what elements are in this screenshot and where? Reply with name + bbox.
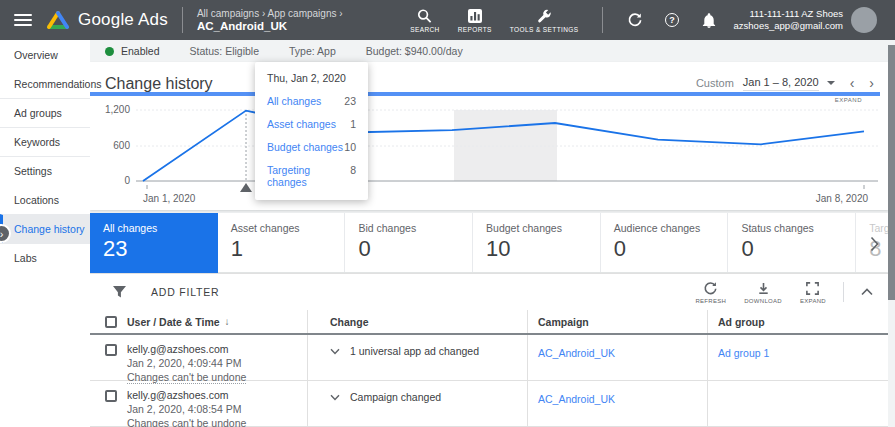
tools-settings-button[interactable]: TOOLS & SETTINGS [510, 8, 579, 33]
bar-chart-icon [467, 8, 483, 24]
row-datetime: Jan 2, 2020, 4:08:54 PM [127, 402, 246, 416]
tooltip-pointer-icon [240, 183, 252, 192]
expand-row-chevron-icon[interactable] [330, 348, 340, 355]
scrollbar-thumb[interactable] [888, 45, 895, 300]
refresh-button[interactable] [627, 12, 644, 29]
date-range-value[interactable]: Jan 1 – 8, 2020 [743, 76, 819, 91]
tooltip-link-targeting-changes[interactable]: Targeting changes [267, 164, 350, 188]
help-icon: ? [665, 13, 679, 27]
collapse-section-button[interactable] [860, 283, 874, 301]
account-id: 111-111-111 AZ Shoes [734, 8, 843, 20]
sidebar-item-change-history[interactable]: Change history [0, 214, 90, 243]
chart-collapse-bar[interactable] [90, 92, 880, 96]
row-campaign-link[interactable]: AC_Android_UK [538, 347, 615, 359]
sidebar-item-overview[interactable]: Overview [0, 40, 90, 69]
search-icon [416, 8, 433, 24]
type-app: Type: App [289, 45, 336, 57]
breadcrumb-current-campaign[interactable]: AC_Android_UK [197, 20, 343, 33]
sidebar-item-ad-groups[interactable]: Ad groups [0, 98, 90, 127]
tabs-scroll-right-button[interactable] [870, 236, 879, 256]
vertical-scrollbar[interactable] [888, 40, 895, 427]
sidebar-item-settings[interactable]: Settings [0, 156, 90, 185]
campaign-status-bar: Enabled Status: Eligible Type: App Budge… [90, 40, 888, 62]
status-eligible: Status: Eligible [190, 45, 259, 57]
topbar-divider [182, 7, 183, 33]
select-all-checkbox[interactable] [105, 316, 117, 328]
notifications-button[interactable] [701, 12, 718, 29]
table-row: kelly.g@azshoes.com Jan 2, 2020, 4:08:54… [90, 381, 888, 427]
sidebar-item-labs[interactable]: Labs [0, 243, 90, 272]
tooltip-link-asset-changes[interactable]: Asset changes [267, 118, 336, 130]
tooltip-row: All changes 23 [267, 95, 356, 107]
row-user: kelly.g@azshoes.com [127, 342, 246, 356]
x-label-start: Jan 1, 2020 [143, 193, 196, 204]
google-ads-logo: Google Ads [46, 10, 168, 30]
reports-button[interactable]: REPORTS [458, 8, 492, 33]
wrench-icon [536, 8, 552, 24]
row-checkbox[interactable] [105, 344, 117, 356]
account-info: 111-111-111 AZ Shoes azshoes_app@gmail.c… [734, 8, 843, 32]
row-checkbox[interactable] [105, 390, 117, 402]
expand-table-button[interactable]: EXPAND [800, 281, 826, 304]
search-button[interactable]: SEARCH [410, 8, 440, 33]
avatar[interactable] [851, 7, 877, 33]
selected-tab-indicator [90, 270, 218, 273]
table-row: kelly.g@azshoes.com Jan 2, 2020, 4:09:44… [90, 335, 888, 381]
bell-icon [701, 12, 717, 29]
expand-fullscreen-icon [805, 281, 820, 296]
change-history-panel: Change history Custom Jan 1 – 8, 2020 ‹ … [90, 62, 888, 210]
chevron-up-icon [860, 287, 874, 297]
help-button[interactable]: ? [664, 12, 681, 29]
tab-status-changes[interactable]: Status changes 0 [728, 213, 856, 272]
table-toolbar: ADD FILTER REFRESH DOWNLOAD EXPAND [90, 273, 888, 310]
account-email: azshoes_app@gmail.com [734, 20, 843, 32]
date-prev-button[interactable]: ‹ [850, 75, 855, 91]
enabled-green-dot-icon [105, 47, 114, 56]
row-change-summary[interactable]: Campaign changed [350, 391, 441, 403]
row-change-summary[interactable]: 1 universal app ad changed [350, 345, 479, 357]
breadcrumb-app-campaigns[interactable]: App campaigns [268, 8, 337, 19]
row-ad-group-link[interactable]: Ad group 1 [718, 347, 769, 359]
refresh-table-button[interactable]: REFRESH [695, 281, 726, 304]
y-tick-600: 600 [113, 140, 130, 151]
chevron-right-icon [870, 236, 879, 252]
date-range-mode: Custom [696, 77, 734, 89]
tooltip-row: Asset changes 1 [267, 118, 356, 130]
breadcrumb-separator: › [339, 8, 342, 19]
tooltip-link-all-changes[interactable]: All changes [267, 95, 321, 107]
row-undo-note: Changes can't be undone [127, 417, 246, 427]
tab-budget-changes[interactable]: Budget changes 10 [473, 213, 601, 272]
scorecard-tabs: All changes 23 Asset changes 1 Bid chang… [90, 213, 888, 272]
tooltip-row: Budget changes 10 [267, 141, 356, 153]
download-button[interactable]: DOWNLOAD [744, 281, 782, 304]
tab-all-changes[interactable]: All changes 23 [90, 213, 218, 272]
filter-funnel-icon [112, 285, 127, 299]
hamburger-menu-icon[interactable] [14, 11, 32, 29]
product-name: Google Ads [78, 10, 168, 30]
add-filter-button[interactable]: ADD FILTER [90, 285, 219, 299]
sidebar-item-recommendations[interactable]: Recommendations [0, 69, 90, 98]
date-range-picker[interactable]: Custom Jan 1 – 8, 2020 ‹ › [696, 75, 874, 91]
breadcrumb: All campaigns › App campaigns › AC_Andro… [197, 7, 343, 33]
column-ad-group: Ad group [707, 310, 888, 333]
tooltip-row: Targeting changes 8 [267, 164, 356, 188]
row-campaign-link[interactable]: AC_Android_UK [538, 393, 615, 405]
sidebar-item-locations[interactable]: Locations [0, 185, 90, 214]
budget-value: Budget: $940.00/day [366, 45, 463, 57]
breadcrumb-all-campaigns[interactable]: All campaigns [197, 8, 259, 19]
expand-row-chevron-icon[interactable] [330, 394, 340, 401]
enabled-status-chip[interactable]: Enabled [105, 45, 160, 57]
x-label-end: Jan 8, 2020 [816, 193, 869, 204]
column-user-date-time[interactable]: User / Date & Time [127, 316, 220, 328]
breadcrumb-separator: › [262, 8, 265, 19]
y-tick-1200: 1,200 [105, 104, 130, 115]
tab-asset-changes[interactable]: Asset changes 1 [218, 213, 346, 272]
change-history-table: User / Date & Time ↓ Change Campaign Ad … [90, 310, 888, 427]
topbar-divider [602, 7, 603, 33]
date-next-button[interactable]: › [869, 75, 874, 91]
tooltip-link-budget-changes[interactable]: Budget changes [267, 141, 343, 153]
sidebar-item-keywords[interactable]: Keywords [0, 127, 90, 156]
tab-bid-changes[interactable]: Bid changes 0 [345, 213, 473, 272]
tab-audience-changes[interactable]: Audience changes 0 [601, 213, 729, 272]
sort-desc-icon[interactable]: ↓ [225, 316, 230, 327]
